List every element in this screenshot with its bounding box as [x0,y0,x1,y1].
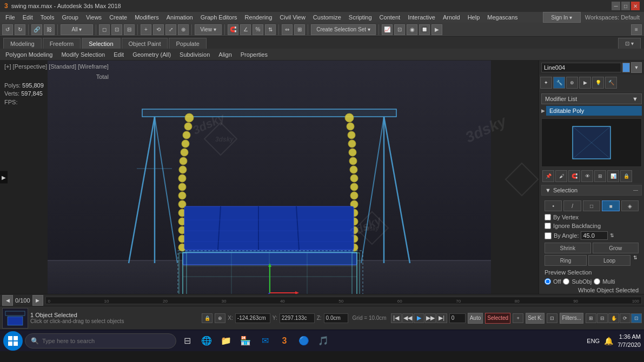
signin-button[interactable]: Sign In ▾ [543,12,581,23]
object-name-input[interactable]: Line004 [541,63,621,72]
tab-selection[interactable]: Selection [82,38,120,49]
vertex-button[interactable]: • [545,200,562,211]
by-vertex-checkbox[interactable] [545,214,551,220]
start-button[interactable] [3,331,23,351]
modify-panel-icon active[interactable]: 🔧 [553,77,565,89]
set-k-button[interactable]: Set K. [526,313,545,324]
menu-animation[interactable]: Animation [163,13,196,22]
edit-item[interactable]: Edit [111,50,126,59]
rotate-button[interactable]: ⟲ [153,24,164,35]
angle-spinner[interactable]: ⇅ [610,233,614,238]
grow-button[interactable]: Grow [593,243,639,253]
menu-file[interactable]: File [2,13,18,22]
minimize-button[interactable]: ─ [612,2,620,10]
render-button[interactable]: ▶ [431,24,442,35]
shrink-button[interactable]: Shrink [545,243,591,253]
go-end-button[interactable]: ▶| [436,313,447,323]
menu-scripting[interactable]: Scripting [346,13,375,22]
viewport-container[interactable]: ▶ [+] [Perspective] [Standard] [Wirefram… [0,61,539,294]
ring-button[interactable]: Ring [545,255,587,266]
menu-megascans[interactable]: Megascans [484,13,521,22]
menu-help[interactable]: Help [464,13,483,22]
viewport-nav-left[interactable]: ▶ [0,171,8,184]
link-button[interactable]: 🔗 [31,24,42,35]
modify-selection-item[interactable]: Modify Selection [59,50,107,59]
move-button[interactable]: + [141,24,151,35]
menu-rendering[interactable]: Rendering [242,13,276,22]
next-frame-button[interactable]: ▶ [32,295,43,306]
material-editor-button[interactable]: ◉ [407,24,417,35]
lock-icon[interactable]: 🔒 [620,170,632,182]
schematic-view-button[interactable]: ⊡ [394,24,405,35]
view-button[interactable]: View ▾ [195,24,222,35]
undo-button[interactable]: ↺ [2,24,13,35]
menu-create[interactable]: Create [106,13,130,22]
preview-subobj-radio[interactable] [563,278,569,285]
subdivision-item[interactable]: Subdivision [177,50,212,59]
go-start-button[interactable]: |◀ [391,313,402,323]
tab-render-options[interactable]: ⊡ ▾ [618,38,641,49]
percent-snap-button[interactable]: % [253,24,263,35]
select-filter-button[interactable]: All ▾ [61,24,93,35]
set-keys-button[interactable]: Selected [485,313,510,324]
zoom-button[interactable]: ⊞ [586,313,596,323]
polygon-button[interactable]: ■ [602,200,619,211]
redo-button[interactable]: ↻ [15,24,25,35]
eye-icon[interactable]: 👁 [581,170,593,182]
hierarchy-panel-icon[interactable]: ⊕ [566,77,578,89]
timeline-track[interactable]: 0 10 20 30 40 50 60 70 80 90 100 [45,297,642,304]
menu-customize[interactable]: Customize [310,13,344,22]
key-filter-button[interactable]: ⊡ [547,313,557,323]
geometry-all-item[interactable]: Geometry (All) [130,50,173,59]
menu-tools[interactable]: Tools [37,13,58,22]
add-key-button[interactable]: + [513,313,523,323]
menu-arnold[interactable]: Arnold [440,13,463,22]
render-setup-button[interactable]: 🔲 [419,24,430,35]
modifier-list-header[interactable]: Modifier List ▼ [541,93,642,104]
x-coord-field[interactable]: -124.263cm [235,313,270,323]
task-view-button[interactable]: ⊟ [178,332,196,350]
object-color-swatch[interactable] [622,63,630,72]
menu-modifiers[interactable]: Modifiers [131,13,162,22]
edge-browser-button[interactable]: 🌐 [198,332,215,350]
snap-button[interactable]: 🧲 [228,24,238,35]
loop-button[interactable]: Loop [588,255,630,266]
preview-multi-radio[interactable] [594,278,600,285]
filters-button[interactable]: Filters... [560,313,583,324]
ignore-backfacing-checkbox[interactable] [545,223,551,229]
menu-group[interactable]: Group [58,13,82,22]
lock-selection-button[interactable]: 🔒 [202,313,213,323]
layers-button[interactable]: ≡ [631,24,642,35]
search-input[interactable] [42,338,170,344]
menu-civil-view[interactable]: Civil View [276,13,308,22]
pin-icon[interactable]: 📌 [542,170,554,182]
prev-key-button[interactable]: ◀◀ [402,313,413,323]
create-selection-set-button[interactable]: Create Selection Set ▾ [311,24,376,35]
auto-key-button[interactable]: Auto [468,313,483,324]
rp-menu-button[interactable]: ▼ [631,62,642,73]
grid-icon[interactable]: ⊞ [594,170,606,182]
motion-panel-icon[interactable]: ▶ [579,77,591,89]
align-button[interactable]: ⊞ [294,24,305,35]
display-panel-icon[interactable]: 💡 [592,77,604,89]
paint-icon[interactable]: 🖌 [555,170,567,182]
store-button[interactable]: 🏪 [237,332,254,350]
tab-populate[interactable]: Populate [169,38,206,49]
edge-button[interactable]: / [563,200,581,211]
notification-icon[interactable]: 🔔 [604,337,613,345]
stats-icon[interactable]: 📊 [607,170,619,182]
next-key-button[interactable]: ▶▶ [425,313,436,323]
prev-frame-button[interactable]: ◀ [2,295,13,306]
preview-off-radio[interactable] [545,278,551,285]
mirror-button[interactable]: ⇔ [282,24,293,35]
select-button[interactable]: ◻ [99,24,110,35]
unlink-button[interactable]: ⛓ [44,24,55,35]
menu-edit[interactable]: Edit [19,13,36,22]
editable-poly-modifier[interactable]: Editable Poly [546,106,642,116]
snap-toggle-button[interactable]: ⊕ [215,313,225,323]
maximize-viewport-button[interactable]: ⊡ [631,313,642,323]
file-explorer-button[interactable]: 📁 [217,332,235,350]
window-crossing-button[interactable]: ⊟ [124,24,135,35]
music-button[interactable]: 🎵 [315,332,332,350]
polygon-modeling-item[interactable]: Polygon Modeling [3,50,55,59]
